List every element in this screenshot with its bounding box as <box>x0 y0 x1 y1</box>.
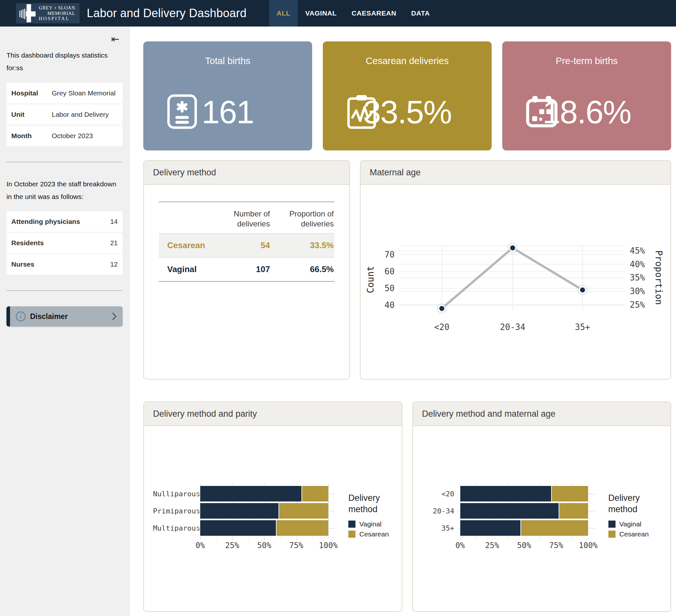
bar-cesarean-<20[interactable] <box>551 486 588 501</box>
category-label: 20-34 <box>422 507 460 515</box>
sidebar-collapse-icon[interactable]: ⇤ <box>111 34 119 44</box>
legend-item-cesarean[interactable]: Cesarean <box>348 530 402 538</box>
main-content: Total births <box>129 26 676 616</box>
y-right-tick: 35% <box>630 273 645 282</box>
app-header: GREY + SLOAN MEMORIAL HOSPITAL Labor and… <box>0 0 676 26</box>
bar-vaginal-<20[interactable] <box>460 486 551 501</box>
x-tick: 0% <box>196 541 205 550</box>
bar-vaginal-Nulliparous[interactable] <box>200 486 301 501</box>
y-right-tick: 30% <box>630 286 645 296</box>
info-row-hospital: Hospital Grey Sloan Memorial <box>6 83 123 104</box>
empty-header <box>159 202 207 234</box>
x-tick: <20 <box>434 322 450 332</box>
legend-item-vaginal[interactable]: Vaginal <box>608 520 670 528</box>
hospital-logo: GREY + SLOAN MEMORIAL HOSPITAL <box>16 3 79 23</box>
table-row-vaginal[interactable]: Vaginal 107 66.5% <box>159 258 334 282</box>
kpi-card-preterm-births: Pre-term births <box>502 41 671 151</box>
clipboard-pulse-icon <box>346 94 377 130</box>
sidebar-divider <box>6 162 123 162</box>
chevron-right-icon <box>112 312 117 321</box>
bar-cesarean-20-34[interactable] <box>559 503 588 519</box>
data-point-<20[interactable] <box>439 305 445 312</box>
data-point-35+[interactable] <box>580 287 586 293</box>
legend-swatch <box>608 520 616 528</box>
tab-all[interactable]: ALL <box>269 0 298 26</box>
kpi-card-cesarean-deliveries: Cesarean deliveries 33.5% <box>323 41 492 151</box>
x-axis: 0%25%50%75%100% <box>460 539 588 552</box>
category-label: 35+ <box>422 524 460 532</box>
middle-panel-row: Delivery method Number of deliveries Pro… <box>143 160 671 380</box>
table-row-cesarean[interactable]: Cesarean 54 33.5% <box>159 234 334 258</box>
bar-track <box>460 486 588 501</box>
legend: Delivery methodVaginalCesarean <box>608 492 670 538</box>
y-left-tick: 60 <box>385 267 395 276</box>
legend: Delivery methodVaginalCesarean <box>348 492 402 538</box>
x-axis: 0%25%50%75%100% <box>200 539 328 552</box>
delivery-age-panel: Delivery method and maternal age <2020-3… <box>412 401 671 612</box>
bar-track <box>460 503 588 519</box>
delivery-parity-panel: Delivery method and parity NulliparousPr… <box>143 401 402 612</box>
bar-vaginal-Multiparous[interactable] <box>200 520 276 536</box>
y-left-axis-title: Count <box>365 266 376 293</box>
bar-cesarean-Multiparous[interactable] <box>276 520 328 536</box>
delivery-method-table: Number of deliveries Proportion of deliv… <box>159 202 334 282</box>
legend-label: Cesarean <box>619 530 649 538</box>
panel-title: Delivery method and maternal age <box>413 402 671 426</box>
sidebar: ⇤ This dashboard displays statistics for… <box>0 26 129 616</box>
kpi-card-total-births: Total births <box>143 41 312 151</box>
category-label: Nulliparous <box>153 490 200 498</box>
y-right-tick: 40% <box>630 260 645 269</box>
staff-intro-text: In October 2023 the staff breakdown in t… <box>6 178 123 203</box>
tab-caesarean[interactable]: CAESAREAN <box>344 0 404 26</box>
delivery-method-panel: Delivery method Number of deliveries Pro… <box>143 160 350 380</box>
bar-vaginal-20-34[interactable] <box>460 503 559 519</box>
info-row-month: Month October 2023 <box>6 125 123 146</box>
staff-table: Attending physicians 14 Residents 21 Nur… <box>6 211 123 275</box>
bottom-panel-row: Delivery method and parity NulliparousPr… <box>143 401 671 612</box>
tab-data[interactable]: DATA <box>404 0 437 26</box>
panel-title: Delivery method and parity <box>144 402 402 426</box>
delivery-age-chart: <2020-3435+0%25%50%75%100%Delivery metho… <box>413 426 671 552</box>
bar-vaginal-Primiparous[interactable] <box>200 503 279 519</box>
bar-cesarean-Nulliparous[interactable] <box>301 486 328 501</box>
y-left-tick: 50 <box>385 283 395 293</box>
y-right-tick: 45% <box>630 246 645 256</box>
x-tick: 0% <box>455 541 465 550</box>
y-left-tick: 40 <box>385 300 395 310</box>
x-tick: 50% <box>517 541 531 550</box>
disclaimer-button[interactable]: i Disclaimer <box>6 306 123 326</box>
calendar-icon <box>525 96 558 129</box>
category-label: Primiparous <box>153 507 200 515</box>
panel-title: Delivery method <box>144 161 349 185</box>
legend-label: Vaginal <box>359 520 382 528</box>
bar-track <box>460 520 588 536</box>
bar-cesarean-35+[interactable] <box>520 520 588 536</box>
maternal-age-chart: 4050607025%30%35%40%45%<2020-3435+CountP… <box>361 185 671 359</box>
legend-title: Delivery method <box>608 492 651 515</box>
bar-vaginal-35+[interactable] <box>460 520 520 536</box>
delivery-parity-chart: NulliparousPrimiparousMultiparous0%25%50… <box>144 426 402 552</box>
staff-row-nurses: Nurses 12 <box>6 254 123 275</box>
labor-delivery-dashboard: GREY + SLOAN MEMORIAL HOSPITAL Labor and… <box>0 0 676 616</box>
staff-row-attendings: Attending physicians 14 <box>6 211 123 233</box>
bar-track <box>200 503 328 519</box>
legend-item-cesarean[interactable]: Cesarean <box>608 530 670 538</box>
x-tick: 20-34 <box>500 322 525 332</box>
column-header: Proportion of deliveries <box>271 202 334 234</box>
info-row-unit: Unit Labor and Delivery <box>6 104 123 125</box>
legend-item-vaginal[interactable]: Vaginal <box>348 520 402 528</box>
legend-swatch <box>348 520 355 528</box>
bar-track <box>200 520 328 536</box>
data-point-20-34[interactable] <box>510 245 516 251</box>
x-tick: 25% <box>485 541 499 550</box>
legend-swatch <box>348 530 355 538</box>
column-header: Number of deliveries <box>207 202 270 234</box>
tab-vaginal[interactable]: VAGINAL <box>298 0 344 26</box>
bar-cesarean-Primiparous[interactable] <box>279 503 328 519</box>
x-tick: 25% <box>225 541 239 550</box>
category-label: Multiparous <box>153 524 200 532</box>
page-title: Labor and Delivery Dashboard <box>87 6 246 20</box>
x-tick: 100% <box>319 541 338 550</box>
x-tick: 75% <box>549 541 563 550</box>
dashboard-info-table: Hospital Grey Sloan Memorial Unit Labor … <box>6 83 123 146</box>
